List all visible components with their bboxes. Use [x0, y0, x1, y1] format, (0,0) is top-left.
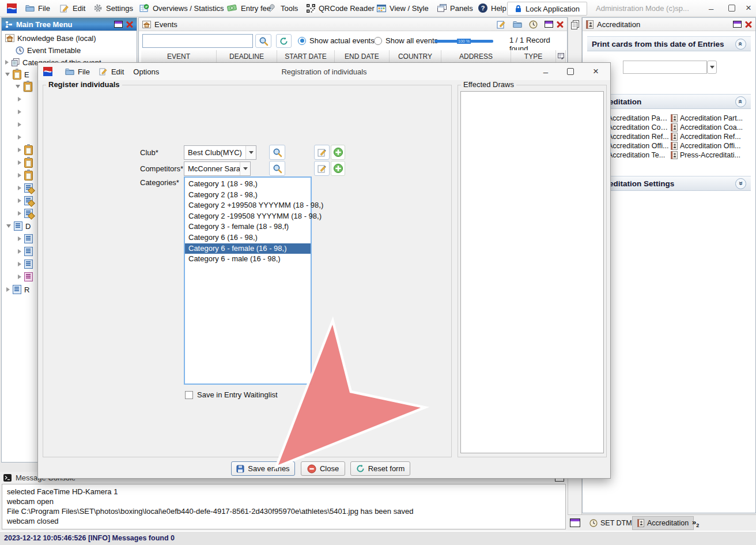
print-date-input[interactable]: [623, 61, 707, 74]
panel-close-icon[interactable]: [745, 21, 752, 28]
dialog-maximize-button[interactable]: [567, 68, 574, 75]
expand-arrow-icon[interactable]: [18, 236, 21, 241]
competitors-search-button[interactable]: [269, 161, 285, 176]
menu-edit[interactable]: Edit: [59, 0, 86, 16]
competitors-add-button[interactable]: [331, 161, 345, 176]
accreditation-type-item[interactable]: Accreditation Offi...: [671, 141, 751, 151]
tree-item[interactable]: [18, 259, 33, 269]
competitors-edit-button[interactable]: [314, 161, 330, 176]
column-header-deadline[interactable]: DEADLINE: [217, 50, 277, 63]
competitors-combobox[interactable]: McConner Sara: [184, 161, 251, 176]
window-minimize-button[interactable]: –: [708, 0, 715, 16]
expand-arrow-icon[interactable]: [6, 287, 10, 292]
column-header-end-date[interactable]: END DATE: [335, 50, 390, 63]
window-maximize-button[interactable]: [727, 0, 736, 16]
dialog-menu-options[interactable]: Options: [128, 63, 164, 80]
menu-panels[interactable]: Panels: [436, 0, 474, 16]
tab-accreditation[interactable]: Accreditation: [632, 516, 694, 530]
checkbox-icon[interactable]: [185, 391, 193, 399]
clock-icon[interactable]: [529, 20, 538, 29]
section-accreditation-settings[interactable]: Accreditation Settings «: [587, 176, 751, 191]
waitinglist-checkbox-row[interactable]: Save in Entry Waitinglist: [185, 390, 278, 399]
menu-entry-fee[interactable]: Entry fee: [226, 0, 272, 16]
category-option[interactable]: Category 2 -199508 YYYYMM (18 - 98,): [185, 211, 311, 222]
collapse-arrow-icon[interactable]: [16, 85, 20, 88]
section-accreditation[interactable]: Accreditation «: [587, 94, 751, 109]
radio-show-actual[interactable]: Show actual events: [298, 36, 375, 45]
expand-arrow-icon[interactable]: [18, 249, 21, 254]
tree-item[interactable]: [18, 272, 33, 282]
category-option[interactable]: Category 2 +199508 YYYYMM (18 - 98,): [185, 200, 311, 211]
search-button[interactable]: [255, 34, 271, 48]
tree-item-partial-e[interactable]: E: [5, 69, 29, 80]
categories-listbox[interactable]: Category 1 (18 - 98,) Category 2 (18 - 9…: [184, 176, 312, 385]
tree-item-knowledge-base[interactable]: Knowledge Base (local): [5, 33, 96, 43]
stacked-pages-icon[interactable]: [570, 20, 580, 29]
category-option[interactable]: Category 2 (18 - 98,): [185, 190, 311, 201]
tree-item[interactable]: [18, 208, 33, 219]
panel-close-icon[interactable]: [557, 21, 564, 28]
collapse-arrow-icon[interactable]: [5, 73, 10, 76]
column-header-event[interactable]: EVENT: [141, 50, 217, 63]
tree-item-selected[interactable]: [16, 81, 33, 92]
close-button[interactable]: Close: [301, 461, 345, 476]
tree-item-event-timetable[interactable]: Event Timetable: [16, 45, 81, 55]
collapse-section-icon[interactable]: «: [735, 39, 746, 50]
tree-item[interactable]: [18, 170, 33, 181]
expand-arrow-icon[interactable]: [18, 275, 21, 279]
dialog-menu-file[interactable]: File: [61, 63, 94, 80]
panel-restore-icon[interactable]: [733, 21, 742, 28]
radio-show-all[interactable]: Show all events: [374, 36, 438, 45]
category-option-selected[interactable]: Category 6 - female (16 - 98,): [185, 243, 311, 254]
window-close-button[interactable]: ×: [744, 0, 753, 16]
tab-overflow-button[interactable]: »2: [692, 518, 699, 528]
events-search-input[interactable]: [142, 34, 253, 48]
folder-icon[interactable]: [513, 21, 522, 28]
tree-item[interactable]: [18, 132, 21, 142]
lock-application-button[interactable]: Lock Application: [507, 2, 587, 16]
panel-close-icon[interactable]: [126, 21, 133, 28]
menu-qrcode[interactable]: QRCode Reader: [305, 0, 376, 16]
collapse-arrow-icon[interactable]: [6, 224, 11, 228]
expand-arrow-icon[interactable]: [18, 198, 21, 203]
club-edit-button[interactable]: [314, 145, 330, 160]
dialog-menu-edit[interactable]: Edit: [94, 63, 128, 80]
tree-item[interactable]: [18, 183, 33, 193]
club-search-button[interactable]: [269, 145, 285, 160]
tree-item[interactable]: [18, 246, 33, 257]
accreditation-type-item[interactable]: Accreditation Coa...: [671, 123, 751, 132]
menu-tools[interactable]: Tools: [267, 0, 299, 16]
menu-view-style[interactable]: View / Style: [376, 0, 430, 16]
tree-item-partial-r[interactable]: R: [6, 284, 29, 295]
menu-overviews[interactable]: Overviews / Statistics: [138, 0, 225, 16]
competitors-dropdown-button[interactable]: [240, 162, 250, 175]
category-option[interactable]: Category 6 - male (16 - 98,): [185, 254, 311, 265]
tree-item[interactable]: [18, 157, 33, 168]
panel-restore-icon[interactable]: [545, 21, 553, 28]
category-option[interactable]: Category 6 (16 - 98,): [185, 232, 311, 243]
edit-record-icon[interactable]: [497, 20, 506, 29]
expand-section-icon[interactable]: «: [735, 178, 746, 189]
dialog-minimize-button[interactable]: –: [543, 63, 548, 80]
accreditation-type-item[interactable]: Accreditation Part...: [671, 114, 751, 123]
panel-restore-icon[interactable]: [114, 21, 123, 28]
save-entries-button[interactable]: Save entries: [231, 461, 295, 476]
category-option[interactable]: Category 3 - female (18 - 98,f): [185, 221, 311, 232]
tree-item[interactable]: [18, 196, 33, 206]
refresh-button[interactable]: [276, 34, 292, 48]
expand-arrow-icon[interactable]: [18, 262, 21, 266]
tab-set-dtm[interactable]: SET DTM: [585, 516, 637, 530]
column-config-button[interactable]: [556, 50, 566, 63]
column-header-address[interactable]: ADDRESS: [441, 50, 511, 63]
tree-item[interactable]: [18, 234, 33, 244]
tree-item[interactable]: [18, 107, 21, 117]
accreditation-type-item[interactable]: Accreditation Ref...: [671, 132, 751, 141]
category-option[interactable]: Category 1 (18 - 98,): [185, 179, 311, 190]
accreditation-type-item[interactable]: Press-Accreditati...: [671, 151, 751, 160]
column-header-type[interactable]: TYPE: [511, 50, 556, 63]
tree-item[interactable]: [18, 145, 33, 155]
expand-arrow-icon[interactable]: [18, 135, 21, 140]
expand-arrow-icon[interactable]: [5, 60, 9, 65]
collapse-section-icon[interactable]: «: [735, 96, 746, 107]
expand-arrow-icon[interactable]: [18, 97, 21, 102]
